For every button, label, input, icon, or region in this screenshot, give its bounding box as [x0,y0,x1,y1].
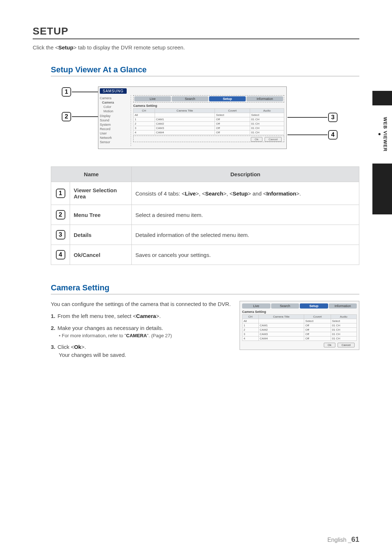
table-row: 1CAM1Off01 CH [134,117,284,122]
table-row: 3CAM3Off01 CH [134,126,284,130]
page-title: SETUP [33,25,359,39]
table-row: 4CAM4Off01 CH [134,130,284,135]
camera-intro: You can configure the settings of the ca… [51,301,232,307]
ok-button[interactable]: Ok [324,343,335,347]
callout-4: 4 [328,130,338,140]
table-row: AllSelectSelect [134,113,284,117]
tab-live[interactable]: Live [134,96,171,101]
tab-information[interactable]: Information [246,96,283,101]
step-2: 2.Make your changes as necessary in deta… [51,324,232,339]
camera-table: CH Camera Title Covert Audio AllSelectSe… [133,108,284,135]
side-tab: ● WEB VIEWER [372,91,392,214]
description-table: Name Description 1 Viewer Selection Area… [51,166,359,265]
overview-diagram: 1 2 3 4 SAMSUNG Camera Camera Color Moti… [62,83,338,156]
section-setup-viewer: Setup Viewer At a Glance [51,65,359,76]
section-camera-setting: Camera Setting [51,283,359,294]
camera-setting-screenshot: Live Search Setup Information Camera Set… [240,301,359,350]
brand-logo: SAMSUNG [100,88,127,94]
bullet-icon: ● [377,131,383,137]
cancel-button[interactable]: Cancel [265,137,282,142]
step-3: 3.Click <Ok>. Your changes will be saved… [51,343,232,359]
callout-3: 3 [328,113,338,122]
tab-bar: Live Search Setup Information [133,95,284,102]
setup-window: SAMSUNG Camera Camera Color Motion Displ… [98,86,287,149]
page-footer: English _61 [327,535,359,544]
ok-button[interactable]: Ok [251,137,262,142]
panel-title: Camera Setting [133,104,284,108]
tab-search[interactable]: Search [172,96,208,101]
callout-1: 1 [62,87,71,97]
step-1: 1.From the left menu tree, select <Camer… [51,312,232,321]
tab-setup[interactable]: Setup [209,96,246,101]
menu-tree[interactable]: Camera Camera Color Motion Display Sound… [98,95,131,146]
intro-text: Click the <Setup> tab to display the DVR… [33,44,359,51]
side-label: WEB VIEWER [383,117,388,152]
table-row: 2CAM2Off01 CH [134,122,284,126]
cancel-button[interactable]: Cancel [338,343,355,347]
callout-2: 2 [62,112,71,121]
